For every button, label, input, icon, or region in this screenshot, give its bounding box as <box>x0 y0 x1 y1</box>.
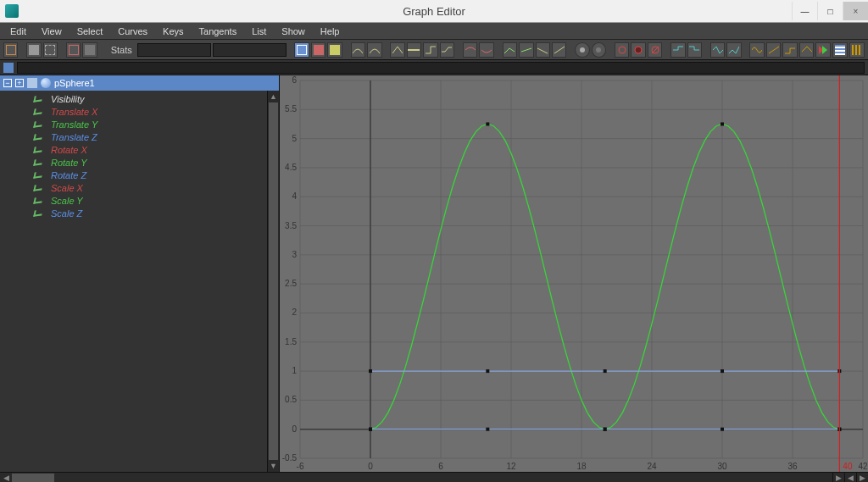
tangent-plateau-icon[interactable] <box>440 42 454 58</box>
svg-text:6: 6 <box>292 75 297 85</box>
center-view-icon[interactable] <box>327 42 342 58</box>
svg-text:1.5: 1.5 <box>285 337 297 346</box>
unify-tangent-icon[interactable] <box>519 42 533 58</box>
stats-field-1[interactable] <box>137 43 211 57</box>
scroll-right-icon[interactable]: ▶ <box>832 473 844 483</box>
channel-scale-x[interactable]: Scale X <box>34 181 279 194</box>
menu-edit[interactable]: Edit <box>3 25 33 38</box>
h-scroll-thumb[interactable] <box>12 474 54 482</box>
value-snap-icon[interactable] <box>592 42 606 58</box>
channel-rotate-z[interactable]: Rotate Z <box>34 169 279 181</box>
maximize-button[interactable]: □ <box>817 2 843 20</box>
channel-rotate-y[interactable]: Rotate Y <box>34 156 279 169</box>
pre-infinity-icon[interactable] <box>670 42 685 58</box>
isolate-curve-icon[interactable] <box>615 42 629 58</box>
svg-text:4: 4 <box>292 191 297 201</box>
menu-view[interactable]: View <box>35 25 69 38</box>
swap-buffer-icon[interactable] <box>479 42 493 58</box>
channel-translate-z[interactable]: Translate Z <box>34 130 279 143</box>
filter-input[interactable] <box>17 62 865 74</box>
outliner-scrollbar[interactable]: ▲ ▼ <box>267 91 279 472</box>
svg-text:24: 24 <box>647 462 657 471</box>
svg-point-0 <box>619 47 626 53</box>
expand-toggle-icon[interactable]: + <box>15 79 24 87</box>
outliner-selected-object[interactable]: − + pSphere1 <box>0 75 279 91</box>
channel-scale-y[interactable]: Scale Y <box>34 194 279 207</box>
linear-post-icon[interactable] <box>766 42 781 58</box>
svg-text:0: 0 <box>368 462 373 471</box>
menu-tangents[interactable]: Tangents <box>192 25 244 38</box>
channel-translate-y[interactable]: Translate Y <box>34 118 279 130</box>
hierarchy-icon <box>27 78 37 88</box>
channel-scale-z[interactable]: Scale Z <box>34 207 279 219</box>
dope-sheet-icon[interactable] <box>849 42 865 58</box>
template-icon[interactable] <box>648 42 662 58</box>
scroll-track[interactable] <box>12 473 832 483</box>
window-title: Graph Editor <box>403 5 465 18</box>
buffer-curve-icon[interactable] <box>463 42 477 58</box>
curve-icon <box>34 185 44 191</box>
free-tangent-icon[interactable] <box>536 42 550 58</box>
menu-list[interactable]: List <box>245 25 273 38</box>
time-snap-icon[interactable] <box>575 42 589 58</box>
close-button[interactable]: × <box>843 2 868 20</box>
svg-rect-59 <box>604 369 607 373</box>
tool-retime-icon[interactable] <box>82 42 97 58</box>
menu-show[interactable]: Show <box>275 25 312 38</box>
scroll-down-icon[interactable]: ▼ <box>268 460 279 472</box>
scroll-right2-icon[interactable]: ▶ <box>856 473 868 483</box>
menu-select[interactable]: Select <box>70 25 110 38</box>
frame-playback-icon[interactable] <box>311 42 326 58</box>
channel-label: Rotate X <box>51 145 87 155</box>
cycle-icon[interactable] <box>710 42 725 58</box>
curve-icon <box>34 121 44 128</box>
tool-insert-key-icon[interactable] <box>26 42 41 58</box>
scroll-thumb[interactable] <box>269 102 278 460</box>
lock-tangent-icon[interactable] <box>552 42 566 58</box>
svg-text:4.5: 4.5 <box>285 163 297 172</box>
menu-curves[interactable]: Curves <box>111 25 154 38</box>
post-infinity-icon[interactable] <box>687 42 702 58</box>
tangent-clamped-icon[interactable] <box>367 42 381 58</box>
horizontal-scrollbar[interactable]: ◀ ▶ ◀ ▶ <box>0 472 868 482</box>
spreadsheet-icon[interactable] <box>832 42 848 58</box>
tangent-spline-icon[interactable] <box>351 42 365 58</box>
svg-text:0: 0 <box>292 424 297 434</box>
menu-keys[interactable]: Keys <box>156 25 190 38</box>
tangent-linear-icon[interactable] <box>390 42 404 58</box>
sphere-icon <box>41 78 51 88</box>
minimize-button[interactable]: — <box>792 2 817 20</box>
tool-lattice-icon[interactable] <box>43 42 58 58</box>
svg-rect-53 <box>486 122 489 125</box>
graph-view[interactable]: -606121824303642-0.500.511.522.533.544.5… <box>280 75 868 472</box>
scroll-left2-icon[interactable]: ◀ <box>844 473 856 483</box>
bake-icon[interactable] <box>799 42 814 58</box>
stats-field-2[interactable] <box>213 43 287 57</box>
channel-label: Translate X <box>51 107 97 117</box>
curve-icon <box>34 172 44 179</box>
channel-label: Visibility <box>51 94 85 104</box>
menu-help[interactable]: Help <box>314 25 347 38</box>
curve-plot[interactable]: -606121824303642-0.500.511.522.533.544.5… <box>280 75 868 472</box>
tool-region-icon[interactable] <box>66 42 81 58</box>
constant-post-icon[interactable] <box>782 42 797 58</box>
channel-rotate-x[interactable]: Rotate X <box>34 143 279 156</box>
svg-rect-57 <box>369 369 372 373</box>
break-tangent-icon[interactable] <box>503 42 517 58</box>
scroll-left-icon[interactable]: ◀ <box>0 473 12 483</box>
svg-text:-6: -6 <box>297 462 304 471</box>
channel-translate-x[interactable]: Translate X <box>34 105 279 118</box>
collapse-toggle-icon[interactable]: − <box>3 79 12 87</box>
oscillate-icon[interactable] <box>749 42 764 58</box>
mute-channel-icon[interactable] <box>631 42 645 58</box>
tangent-flat-icon[interactable] <box>407 42 421 58</box>
tool-move-key-icon[interactable] <box>3 42 18 58</box>
channel-visibility[interactable]: Visibility <box>34 92 279 105</box>
channel-label: Rotate Z <box>51 170 86 180</box>
bookmark-icon[interactable] <box>815 42 831 58</box>
frame-all-icon[interactable] <box>294 42 309 58</box>
scroll-up-icon[interactable]: ▲ <box>268 91 279 102</box>
cycle-offset-icon[interactable] <box>726 42 741 58</box>
svg-text:5: 5 <box>292 134 297 143</box>
tangent-step-icon[interactable] <box>423 42 437 58</box>
